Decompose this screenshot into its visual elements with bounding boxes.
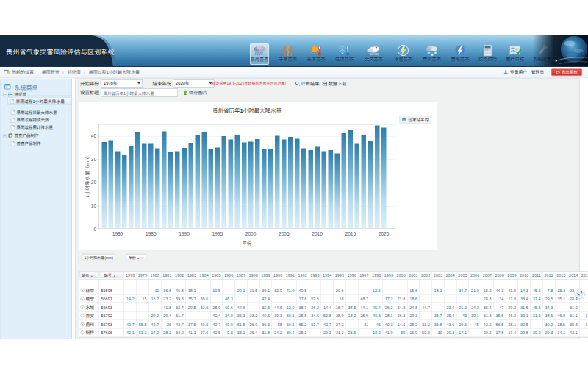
year-column-header[interactable]: 2014 [567, 272, 580, 280]
bar-2012[interactable] [328, 150, 333, 228]
bar-1980[interactable] [115, 152, 121, 229]
year-column-header[interactable]: 1981 [161, 272, 173, 280]
bar-2003[interactable] [268, 149, 273, 228]
bar-1987[interactable] [162, 132, 167, 229]
bar-2005[interactable] [282, 140, 287, 229]
year-column-header[interactable]: 1997 [358, 272, 370, 280]
measure-field-button[interactable]: 1小时降水量(mm) [82, 254, 116, 261]
sidebar-item[interactable]: 暴雨过程持续天数 [1, 116, 73, 124]
year-column-header[interactable]: 2008 [494, 272, 506, 280]
bar-2018[interactable] [368, 141, 373, 228]
breadcrumb-item[interactable]: 特征值 [68, 70, 81, 75]
year-column-header[interactable]: 1987 [235, 272, 248, 280]
bar-1993[interactable] [201, 132, 207, 229]
year-column-header[interactable]: 2000 [395, 272, 408, 280]
bar-2010[interactable] [315, 147, 320, 229]
station-name-header[interactable]: 站名 ▲ ▽ [79, 272, 99, 280]
bar-2004[interactable] [275, 136, 280, 229]
year-column-header[interactable]: 1992 [297, 272, 309, 280]
refresh-float-button[interactable] [575, 289, 585, 299]
station-name-cell[interactable]: 桐梓 [79, 329, 99, 338]
breadcrumb-item[interactable]: 暴雨普查 [42, 70, 60, 75]
toolbar-item-snow-disaster[interactable]: ❄❄❄雪灾普查 [417, 43, 446, 66]
bar-1985[interactable] [148, 144, 154, 229]
bar-2020[interactable] [381, 127, 387, 228]
bar-2006[interactable] [288, 137, 293, 229]
bar-2019[interactable] [375, 125, 380, 228]
bar-1990[interactable] [182, 148, 187, 229]
bar-2008[interactable] [301, 149, 306, 229]
data-download-button[interactable]: 数据下载 [323, 79, 347, 88]
bar-2001[interactable] [255, 139, 260, 229]
collapse-icon[interactable] [3, 92, 7, 99]
year-column-header[interactable]: 2012 [543, 272, 556, 280]
toolbar-item-drought[interactable]: 干旱普查 [273, 43, 302, 66]
bar-1997[interactable] [229, 139, 234, 228]
year-column-header[interactable]: 2002 [420, 272, 432, 280]
toolbar-item-high-temperature[interactable]: 高温普查 [302, 43, 331, 66]
sidebar-item[interactable]: 暴雨过程累计降水量 [1, 124, 73, 131]
collapse-icon[interactable] [3, 133, 7, 141]
bar-2000[interactable] [248, 142, 254, 229]
year-column-header[interactable]: 1995 [334, 272, 346, 280]
toolbar-item-lightning[interactable]: 雷电普查 [446, 43, 475, 66]
year-column-header[interactable]: 1983 [186, 272, 198, 280]
calc-result-button[interactable]: 计算结果 [295, 79, 320, 88]
bar-2002[interactable] [262, 149, 267, 228]
sidebar-item[interactable]: 暴雨过程1小时最大降水量 [7, 97, 72, 105]
year-column-header[interactable]: 1984 [198, 272, 211, 280]
row-expand-icon[interactable] [81, 289, 85, 292]
save-image-button[interactable]: 保存图片 [183, 89, 208, 97]
bar-1998[interactable] [235, 135, 240, 229]
year-column-header[interactable]: 1996 [346, 272, 359, 280]
logout-button[interactable]: 退出系统 [551, 69, 582, 77]
year-column-header[interactable]: 1998 [370, 272, 383, 280]
data-table[interactable]: 站名 ▲ ▽站号 ▲ ▽1978197919801981198219831984… [79, 272, 588, 338]
year-column-header[interactable]: 1986 [223, 272, 235, 280]
year-column-header[interactable]: 2011 [531, 272, 543, 280]
year-column-header[interactable]: 2013 [555, 272, 567, 280]
start-year-select[interactable]: 1978年 [101, 79, 143, 88]
year-column-header[interactable]: 1989 [259, 272, 272, 280]
bar-2016[interactable] [355, 144, 360, 229]
toolbar-item-hail[interactable]: 冰雹普查 [389, 43, 417, 66]
year-column-header[interactable]: 1993 [309, 272, 321, 280]
row-expand-icon[interactable] [81, 305, 85, 309]
toolbar-item-low-temperature[interactable]: 低温普查 [330, 43, 359, 66]
year-column-header[interactable]: 1999 [383, 272, 395, 280]
bar-1995[interactable] [215, 147, 220, 228]
bar-1984[interactable] [142, 143, 147, 228]
row-expand-icon[interactable] [81, 331, 85, 335]
year-column-header[interactable]: 2015 [580, 272, 588, 280]
bar-1989[interactable] [175, 151, 180, 228]
bar-2011[interactable] [321, 151, 326, 228]
bar-1992[interactable] [195, 135, 200, 228]
row-expand-icon[interactable] [81, 297, 85, 301]
year-column-header[interactable]: 1990 [272, 272, 284, 280]
bar-1991[interactable] [188, 143, 193, 229]
toolbar-item-composite-risk[interactable]: 综合风险 [473, 43, 502, 66]
row-expand-icon[interactable] [81, 322, 85, 326]
year-column-header[interactable]: 2001 [407, 272, 420, 280]
bar-1981[interactable] [122, 155, 127, 228]
year-column-header[interactable]: 2006 [469, 272, 481, 280]
bar-2014[interactable] [342, 133, 347, 229]
station-id-header[interactable]: 站号 ▲ ▽ [99, 272, 125, 280]
year-column-header[interactable]: 1982 [173, 272, 186, 280]
year-column-header[interactable]: 2007 [481, 272, 494, 280]
station-name-cell[interactable]: 盘州 [79, 320, 99, 329]
bar-1996[interactable] [222, 136, 227, 228]
bar-2007[interactable] [295, 139, 300, 229]
station-name-cell[interactable]: 威宁 [79, 295, 99, 304]
sidebar-item[interactable]: 普查产品制作 [1, 140, 73, 147]
year-column-header[interactable]: 2004 [445, 272, 457, 280]
station-name-cell[interactable]: 赫章 [79, 286, 99, 295]
chart-title-input[interactable] [101, 89, 179, 97]
sidebar-item[interactable]: 暴雨过程日最大降水量 [1, 109, 73, 116]
row-expand-icon[interactable] [81, 314, 85, 318]
breadcrumb-item[interactable]: 暴雨过程1小时最大降水量 [89, 70, 140, 75]
year-column-header[interactable]: 1991 [284, 272, 297, 280]
bar-1999[interactable] [242, 143, 247, 229]
bar-1979[interactable] [109, 141, 114, 229]
station-name-cell[interactable]: 水城 [79, 303, 99, 312]
